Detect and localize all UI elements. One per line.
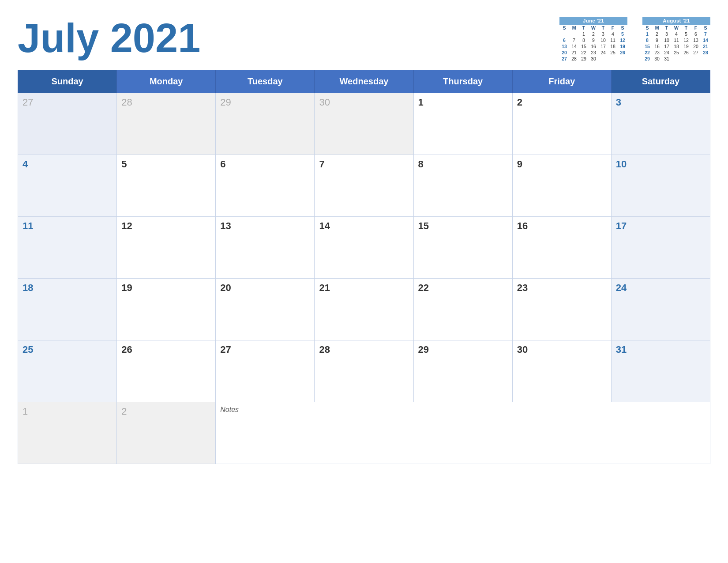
mini-cal-day: 2: [589, 31, 598, 37]
calendar-cell: 25: [18, 340, 117, 402]
mini-cal-day: [701, 56, 710, 62]
mini-cal-day: 4: [672, 31, 681, 37]
june-col-m: M: [569, 25, 579, 31]
day-number: 23: [517, 282, 528, 293]
day-number: 28: [319, 344, 330, 355]
calendar-cell: 30: [315, 93, 413, 155]
col-header-friday: Friday: [512, 70, 611, 93]
calendar-cell: 28: [117, 93, 216, 155]
day-number: 27: [23, 97, 33, 108]
calendar-cell: 2: [512, 93, 611, 155]
day-number: 9: [517, 159, 522, 170]
august-header: August '21: [642, 17, 710, 25]
month-title: July 2021: [18, 13, 200, 58]
mini-cal-day: 28: [569, 56, 579, 62]
mini-cal-day: [672, 56, 681, 62]
mini-cal-day: 29: [579, 56, 589, 62]
day-number: 3: [616, 97, 621, 108]
mini-cal-day: 15: [642, 43, 652, 49]
day-number: 11: [23, 220, 33, 231]
calendar-cell: 19: [117, 279, 216, 340]
mini-cal-day: 7: [701, 31, 710, 37]
mini-cal-day: 1: [579, 31, 589, 37]
calendar-cell: 29: [216, 93, 315, 155]
aug-col-t2: T: [681, 25, 691, 31]
mini-cal-day: 3: [662, 31, 672, 37]
june-col-s: S: [559, 25, 569, 31]
calendar-cell: 28: [315, 340, 413, 402]
day-number: 12: [121, 220, 132, 231]
calendar-week-row: 27282930123: [18, 93, 710, 155]
mini-cal-day: 24: [662, 49, 672, 56]
col-header-wednesday: Wednesday: [315, 70, 413, 93]
mini-cal-day: 18: [672, 43, 681, 49]
mini-cal-day: [608, 56, 618, 62]
mini-cal-day: [691, 56, 701, 62]
day-number: 25: [23, 344, 33, 355]
day-number: 24: [616, 282, 627, 293]
mini-cal-day: 3: [598, 31, 608, 37]
mini-cal-day: 31: [662, 56, 672, 62]
day-number: 1: [23, 406, 28, 417]
notes-day-1: 1: [18, 402, 117, 464]
mini-cal-day: 23: [652, 49, 662, 56]
mini-cal-day: 18: [608, 43, 618, 49]
day-number: 13: [220, 220, 231, 231]
mini-cal-day: 12: [681, 37, 691, 43]
col-header-monday: Monday: [117, 70, 216, 93]
col-header-tuesday: Tuesday: [216, 70, 315, 93]
mini-cal-day: 6: [559, 37, 569, 43]
june-mini-calendar: June '21 S M T W T F S 12345678910111213…: [559, 17, 627, 62]
calendar-cell: 5: [117, 155, 216, 217]
aug-col-t: T: [662, 25, 672, 31]
mini-cal-day: 16: [652, 43, 662, 49]
day-number: 16: [517, 220, 528, 231]
calendar-cell: 21: [315, 279, 413, 340]
june-col-f: F: [608, 25, 618, 31]
mini-cal-day: 25: [672, 49, 681, 56]
calendar-week-row: 45678910: [18, 155, 710, 217]
mini-cal-day: 6: [691, 31, 701, 37]
calendar-cell: 31: [611, 340, 710, 402]
mini-cal-day: 14: [569, 43, 579, 49]
calendar-cell: 29: [413, 340, 512, 402]
aug-col-s: S: [642, 25, 652, 31]
mini-cal-day: 8: [579, 37, 589, 43]
aug-col-w: W: [672, 25, 681, 31]
calendar-cell: 7: [315, 155, 413, 217]
calendar-week-row: 11121314151617: [18, 217, 710, 279]
june-col-w: W: [589, 25, 598, 31]
mini-cal-day: 10: [662, 37, 672, 43]
mini-cal-day: 9: [589, 37, 598, 43]
day-number: 7: [319, 159, 324, 170]
mini-cal-day: 17: [662, 43, 672, 49]
june-header: June '21: [559, 17, 627, 25]
mini-cal-day: 17: [598, 43, 608, 49]
day-number: 29: [220, 97, 231, 108]
aug-col-s2: S: [701, 25, 710, 31]
mini-cal-day: 30: [652, 56, 662, 62]
day-number: 8: [418, 159, 424, 170]
mini-cal-day: 2: [652, 31, 662, 37]
mini-cal-day: 30: [589, 56, 598, 62]
calendar-cell: 18: [18, 279, 117, 340]
mini-cal-day: 19: [681, 43, 691, 49]
mini-cal-day: 24: [598, 49, 608, 56]
mini-cal-day: 10: [598, 37, 608, 43]
mini-cal-day: 23: [589, 49, 598, 56]
notes-cell: Notes: [216, 402, 710, 464]
june-col-s2: S: [618, 25, 627, 31]
mini-cal-day: 20: [691, 43, 701, 49]
day-number: 19: [121, 282, 132, 293]
calendar-week-row: 18192021222324: [18, 279, 710, 340]
mini-cal-day: [559, 31, 569, 37]
col-header-thursday: Thursday: [413, 70, 512, 93]
day-number: 28: [121, 97, 132, 108]
mini-cal-day: 9: [652, 37, 662, 43]
day-number: 20: [220, 282, 231, 293]
day-number: 27: [220, 344, 231, 355]
mini-cal-day: [618, 56, 627, 62]
mini-cal-day: 1: [642, 31, 652, 37]
day-number: 5: [121, 159, 127, 170]
day-number: 18: [23, 282, 33, 293]
